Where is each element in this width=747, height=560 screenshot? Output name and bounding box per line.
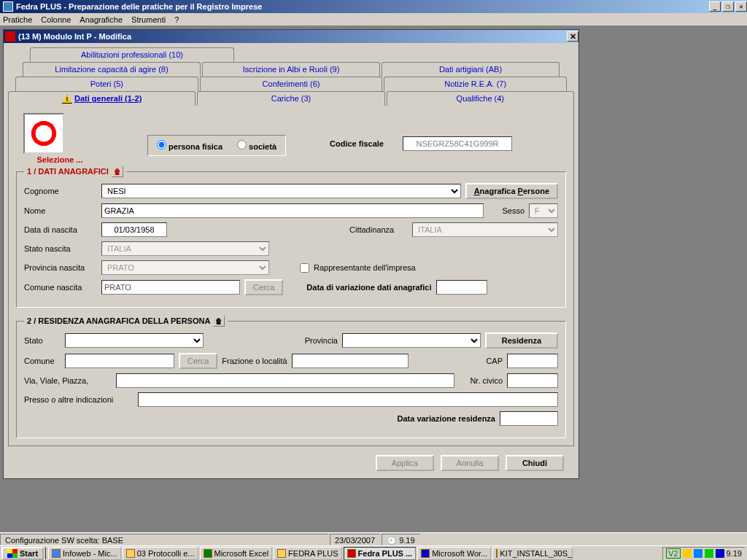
mdi-title: (13 M) Modulo Int P - Modifica	[18, 32, 131, 41]
rappresentante-checkbox[interactable]	[300, 263, 309, 273]
codice-fiscale-input	[403, 136, 512, 151]
taskbar-item[interactable]: Infoweb - Mic...	[48, 547, 121, 560]
start-button[interactable]: Start	[1, 547, 44, 560]
tab-panel: Selezione ... persona fisica società Cod…	[8, 106, 574, 446]
close-button[interactable]: ✕	[735, 1, 747, 12]
maximize-button[interactable]: ❐	[722, 1, 734, 12]
stato-label: Stato	[24, 336, 61, 345]
data-nascita-label: Data di nascita	[24, 225, 97, 234]
taskbar: Start Infoweb - Mic... 03 Protocolli e..…	[0, 545, 747, 560]
data-variazione-anagrafici-label: Data di variazione dati anagrafici	[306, 283, 431, 292]
provincia-select[interactable]	[342, 333, 481, 348]
mdi-close-button[interactable]: ✕	[567, 31, 578, 42]
taskbar-item[interactable]: Microsoft Excel	[200, 547, 273, 560]
stato-nascita-label: Stato nascita	[24, 244, 97, 253]
tab-limitazione[interactable]: Limitazione capacità di agire (8)	[23, 62, 201, 77]
cap-label: CAP	[486, 357, 503, 365]
tab-conferimenti[interactable]: Conferimenti (6)	[200, 77, 383, 91]
via-input[interactable]	[116, 373, 454, 388]
tab-abilitazioni[interactable]: Abilitazioni professionali (10)	[30, 47, 234, 62]
tab-notizie-rea[interactable]: Notizie R.E.A. (7)	[384, 77, 567, 91]
tab-poteri[interactable]: Poteri (5)	[15, 77, 198, 91]
app-title: Fedra PLUS - Preparazione delle pratiche…	[16, 2, 262, 11]
section1-legend: 1 / DATI ANAGRAFICI🗑	[24, 166, 126, 177]
app-icon	[3, 1, 13, 12]
presso-input[interactable]	[138, 392, 558, 407]
app-titlebar: Fedra PLUS - Preparazione delle pratiche…	[0, 0, 747, 13]
data-nascita-input[interactable]	[101, 222, 167, 237]
tray-icon[interactable]	[716, 549, 724, 558]
residenza-button[interactable]: Residenza	[485, 332, 558, 349]
data-variazione-anagrafici-input[interactable]	[436, 280, 487, 295]
tray-icon[interactable]	[694, 549, 703, 558]
mdi-icon	[5, 31, 15, 42]
nrcivico-label: Nr. civico	[459, 376, 503, 385]
mdi-titlebar: (13 M) Modulo Int P - Modifica ✕	[4, 30, 578, 43]
comune-nascita-input	[101, 280, 240, 295]
tab-qualifiche[interactable]: Qualifiche (4)	[387, 91, 574, 106]
nome-input[interactable]	[101, 203, 484, 218]
taskbar-item[interactable]: Microsoft Wor...	[417, 547, 491, 560]
tab-cariche[interactable]: Cariche (3)	[197, 91, 384, 106]
cognome-select[interactable]: NESI	[101, 184, 461, 198]
cap-input[interactable]	[507, 354, 558, 368]
status-date: 23/03/2007	[330, 534, 380, 545]
windows-flag-icon	[7, 549, 18, 558]
cittadinanza-label: Cittadinanza	[349, 225, 408, 234]
warning-icon: !	[62, 95, 72, 104]
tab-iscrizione-albi[interactable]: Iscrizione in Albi e Ruoli (9)	[202, 62, 380, 77]
trash-icon[interactable]: 🗑	[112, 166, 123, 177]
radio-persona-fisica[interactable]: persona fisica	[157, 140, 222, 151]
taskbar-item[interactable]: KIT_INSTALL_30S_110600 ...	[492, 547, 573, 560]
tray-icon[interactable]	[683, 549, 692, 558]
presso-label: Presso o altre indicazioni	[24, 395, 133, 404]
menu-strumenti[interactable]: Strumenti	[131, 15, 166, 24]
nome-label: Nome	[24, 206, 97, 215]
provincia-nascita-label: Provincia nascita	[24, 263, 97, 272]
minimize-button[interactable]: _	[709, 1, 721, 12]
taskbar-item[interactable]: 03 Protocolli e...	[123, 547, 198, 560]
provincia-nascita-select: PRATO	[101, 260, 269, 275]
cittadinanza-select: ITALIA	[412, 222, 558, 237]
radio-societa[interactable]: società	[237, 140, 276, 151]
section2-legend: 2 / RESIDENZA ANAGRAFICA DELLA PERSONA🗑	[24, 315, 228, 327]
taskbar-item[interactable]: FEDRA PLUS	[274, 547, 341, 560]
via-label: Via, Viale, Piazza,	[24, 376, 112, 385]
tray-lang[interactable]: V2	[666, 548, 680, 559]
data-variazione-residenza-input[interactable]	[500, 411, 558, 426]
tab-dati-generali[interactable]: !Dati generali (1-2)	[8, 91, 196, 106]
menu-anagrafiche[interactable]: Anagrafiche	[80, 15, 123, 24]
applica-button[interactable]: Applica	[376, 455, 434, 471]
tab-dati-artigiani[interactable]: Dati artigiani (AB)	[382, 62, 560, 77]
statusbar: Configurazione SW scelta: BASE 23/03/200…	[0, 532, 747, 545]
selection-block: Selezione ...	[23, 113, 96, 164]
chiudi-button[interactable]: Chiudi	[506, 455, 564, 471]
stato-select[interactable]	[65, 333, 204, 348]
cerca-comune-nascita-button[interactable]: Cerca	[244, 279, 283, 295]
status-config: Configurazione SW scelta: BASE	[0, 534, 328, 545]
system-tray: V2 9.19	[662, 547, 746, 560]
selection-image[interactable]	[23, 113, 64, 154]
codice-fiscale-label: Codice fiscale	[330, 139, 384, 148]
provincia-label: Provincia	[305, 336, 338, 345]
menubar: Pratiche Colonne Anagrafiche Strumenti ?	[0, 13, 747, 26]
menu-help[interactable]: ?	[174, 15, 179, 24]
trash-icon-2[interactable]: 🗑	[213, 315, 225, 327]
footer-buttons: Applica Annulla Chiudi	[4, 451, 578, 478]
comune-input[interactable]	[65, 354, 174, 368]
tray-icon[interactable]	[705, 549, 713, 558]
section-residenza: 2 / RESIDENZA ANAGRAFICA DELLA PERSONA🗑 …	[16, 315, 566, 438]
anagrafica-persone-button[interactable]: Anagrafica Persone	[465, 183, 558, 199]
menu-pratiche[interactable]: Pratiche	[3, 15, 32, 24]
taskbar-item-active[interactable]: Fedra PLUS ...	[344, 547, 417, 560]
cerca-comune-button[interactable]: Cerca	[179, 353, 217, 369]
menu-colonne[interactable]: Colonne	[41, 15, 71, 24]
stato-nascita-select: ITALIA	[101, 241, 269, 256]
sesso-select: F	[529, 203, 558, 218]
mdi-window: (13 M) Modulo Int P - Modifica ✕ Abilita…	[3, 29, 579, 479]
status-time: 🕘 9.19	[382, 534, 419, 545]
annulla-button[interactable]: Annulla	[441, 455, 499, 471]
type-radio-group: persona fisica società	[147, 135, 286, 156]
frazione-input[interactable]	[292, 354, 409, 368]
nrcivico-input[interactable]	[507, 373, 558, 388]
